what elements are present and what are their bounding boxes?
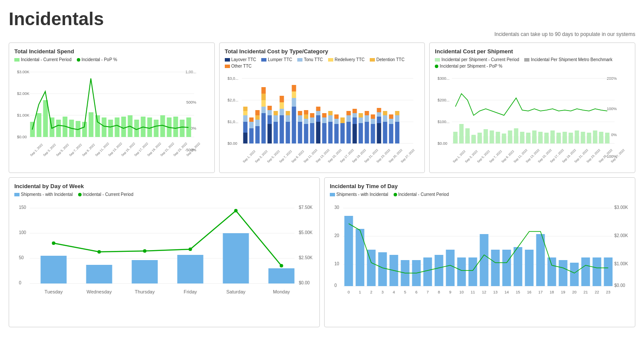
svg-text:50: 50: [19, 255, 24, 260]
svg-rect-25: [115, 117, 119, 137]
svg-rect-99: [304, 110, 308, 114]
svg-rect-137: [377, 108, 381, 112]
legend-color-tonu: [297, 58, 302, 62]
svg-rect-145: [395, 115, 399, 122]
legend-color-other: [225, 65, 230, 68]
bar-friday: [177, 255, 204, 283]
svg-text:0%: 0%: [611, 133, 617, 137]
legend-cps-benchmark: Incidental Per Shipment Metro Benchmark: [524, 57, 612, 62]
svg-text:500%: 500%: [186, 100, 196, 104]
svg-text:$0.00: $0.00: [438, 141, 448, 146]
total-cost-type-chart-area: $3,0... $2,0... $1,0... $0.00: [225, 72, 420, 167]
page-subtitle: Incidentals can take up to 90 days to po…: [9, 31, 635, 37]
svg-rect-270: [424, 257, 432, 286]
svg-rect-77: [267, 110, 272, 115]
svg-rect-271: [435, 255, 444, 286]
svg-rect-85: [279, 96, 284, 102]
svg-rect-72: [261, 100, 266, 107]
svg-rect-70: [261, 113, 266, 143]
svg-text:2: 2: [370, 290, 372, 294]
svg-rect-264: [356, 229, 365, 286]
svg-rect-78: [267, 106, 272, 110]
svg-rect-204: [484, 129, 488, 143]
svg-rect-217: [563, 132, 567, 143]
svg-rect-127: [358, 113, 363, 117]
svg-text:$1,0...: $1,0...: [227, 120, 238, 124]
svg-rect-35: [180, 120, 184, 137]
svg-rect-205: [490, 130, 494, 143]
legend-color-layover: [225, 58, 230, 62]
svg-rect-135: [377, 117, 381, 123]
svg-rect-60: [243, 115, 247, 122]
svg-rect-102: [310, 113, 314, 117]
svg-text:Sep 3, 2022: Sep 3, 2022: [43, 143, 56, 157]
by-time-legend: Shipments - with Incidental Incidental -…: [330, 192, 630, 197]
svg-rect-200: [460, 124, 464, 143]
svg-text:20: 20: [572, 290, 576, 294]
svg-text:$1.00K: $1.00K: [17, 113, 30, 117]
legend-label-current: Incidental - Current Period: [21, 57, 72, 62]
legend-label-byday-shipments: Shipments - with Incidental: [21, 192, 73, 197]
svg-text:3: 3: [381, 290, 384, 294]
dot-wednesday: [98, 250, 101, 254]
svg-rect-82: [279, 115, 284, 143]
svg-rect-91: [292, 91, 296, 98]
svg-rect-79: [273, 122, 278, 143]
svg-rect-21: [89, 112, 93, 137]
svg-text:10: 10: [335, 261, 340, 266]
svg-rect-220: [581, 132, 585, 143]
by-day-title: Incidental by Day of Week: [14, 183, 314, 189]
legend-label-tonu: Tonu TTC: [304, 57, 323, 62]
svg-rect-90: [292, 98, 296, 107]
svg-rect-101: [310, 117, 314, 123]
svg-rect-214: [545, 133, 549, 143]
svg-rect-92: [292, 85, 296, 91]
svg-text:15: 15: [516, 290, 520, 294]
by-time-card: Incidental by Time of Day Shipments - wi…: [324, 177, 635, 327]
svg-text:30: 30: [335, 205, 340, 210]
svg-rect-130: [365, 111, 369, 115]
svg-rect-210: [520, 132, 525, 143]
svg-rect-143: [389, 114, 393, 119]
svg-text:16: 16: [527, 290, 531, 294]
svg-rect-84: [279, 102, 284, 109]
svg-rect-106: [316, 107, 320, 111]
legend-bytime-current: Incidental - Current Period: [394, 192, 449, 197]
dot-saturday: [234, 209, 238, 212]
svg-rect-126: [358, 117, 363, 123]
bar-wednesday: [86, 265, 112, 283]
svg-rect-89: [292, 107, 296, 143]
svg-rect-218: [569, 133, 573, 143]
legend-label-bytime-shipments: Shipments - with Incidental: [336, 192, 388, 197]
svg-text:8: 8: [438, 290, 440, 294]
svg-rect-22: [95, 115, 100, 137]
cost-per-shipment-title: Incidental Cost per Shipment: [435, 48, 630, 55]
svg-rect-206: [496, 132, 500, 143]
total-cost-type-legend: Layover TTC Lumper TTC Tonu TTC Redelive…: [225, 57, 420, 68]
legend-color-cps-benchmark: [524, 58, 529, 62]
svg-rect-107: [322, 123, 326, 143]
svg-text:$3.00K: $3.00K: [614, 205, 628, 210]
svg-rect-139: [383, 115, 387, 122]
svg-rect-222: [593, 130, 598, 143]
svg-text:4: 4: [393, 290, 395, 294]
svg-rect-199: [453, 132, 458, 143]
svg-rect-16: [56, 120, 61, 137]
svg-text:$300...: $300...: [438, 76, 450, 81]
svg-rect-34: [173, 117, 178, 137]
svg-rect-280: [536, 234, 545, 286]
by-day-legend: Shipments - with Incidental Incidental -…: [14, 192, 314, 197]
svg-rect-136: [377, 112, 381, 117]
svg-text:0%: 0%: [191, 126, 196, 130]
legend-label-lumper: Lumper TTC: [268, 57, 292, 62]
svg-rect-209: [514, 128, 519, 143]
legend-color-bytime-current: [394, 193, 397, 196]
svg-rect-66: [255, 126, 260, 143]
cost-per-shipment-legend: Incidental per Shipment - Current Period…: [435, 57, 630, 68]
svg-rect-276: [491, 250, 500, 286]
svg-rect-203: [478, 133, 482, 143]
svg-rect-109: [322, 113, 326, 117]
svg-rect-113: [334, 124, 338, 143]
legend-cps-pop: Incidental per Shipment - PoP %: [435, 64, 502, 68]
total-spend-svg: $3.00K $2.00K $1.00K $0.00 1,00... 500% …: [14, 65, 209, 161]
